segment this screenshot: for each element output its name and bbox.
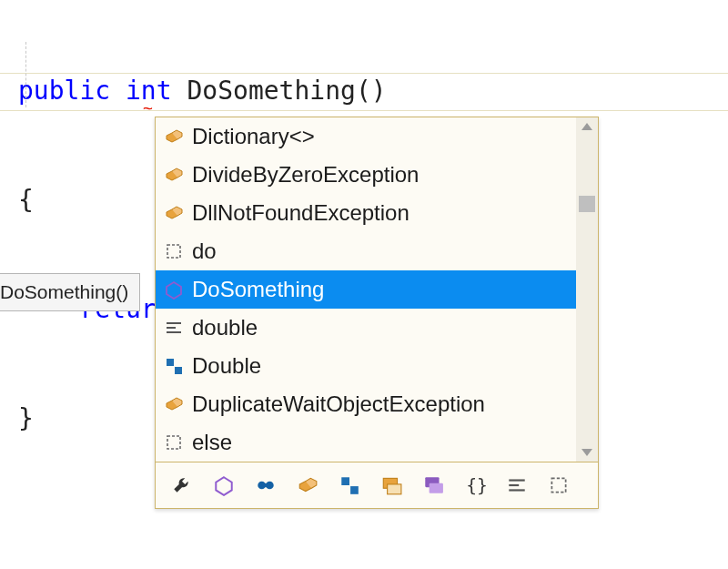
completion-item[interactable]: Double — [156, 347, 576, 385]
completion-item[interactable]: DuplicateWaitObjectException — [156, 385, 576, 423]
scroll-down-icon[interactable] — [581, 449, 592, 456]
completion-item[interactable]: DllNotFoundException — [156, 194, 576, 232]
keyword-icon — [548, 474, 570, 496]
active-line-border — [0, 110, 728, 111]
completion-item[interactable]: double — [156, 309, 576, 347]
filter-method-icon[interactable] — [203, 462, 245, 508]
class-icon — [156, 394, 192, 414]
filter-enum-icon[interactable] — [370, 462, 412, 508]
keyword-icon — [156, 432, 192, 452]
completion-label: DuplicateWaitObjectException — [192, 391, 485, 417]
completion-item[interactable]: DoSomething — [156, 270, 576, 309]
struct-icon — [156, 356, 192, 376]
filter-interface-icon[interactable] — [412, 462, 454, 508]
completion-label: Dictionary<> — [192, 124, 315, 149]
intellisense-popup[interactable]: Dictionary<>DivideByZeroExceptionDllNotF… — [155, 117, 599, 509]
scroll-up-icon[interactable] — [581, 123, 592, 130]
completion-label: DivideByZeroException — [192, 162, 419, 188]
completion-label: DllNotFoundException — [192, 200, 410, 226]
keyword-icon — [156, 241, 192, 261]
filter-class-icon[interactable] — [287, 462, 329, 508]
completion-label: do — [192, 239, 217, 264]
class-icon — [156, 165, 192, 185]
code-line[interactable]: public int DoSomething() — [18, 73, 728, 109]
brace-icon — [464, 474, 486, 496]
keyword: public — [18, 73, 110, 109]
scrollbar[interactable] — [576, 117, 598, 462]
completion-item[interactable]: else — [156, 423, 576, 462]
filter-keyword-icon[interactable] — [538, 462, 580, 508]
method-icon — [156, 279, 192, 300]
signature-hint: DoSomething() — [0, 273, 140, 311]
enum-icon — [380, 474, 402, 496]
field-icon — [255, 474, 277, 496]
interface-icon — [422, 474, 444, 496]
completion-list[interactable]: Dictionary<>DivideByZeroExceptionDllNotF… — [156, 117, 598, 462]
completion-item[interactable]: DivideByZeroException — [156, 156, 576, 194]
indent-guide — [25, 42, 26, 107]
error-squiggle: ~ — [143, 98, 153, 117]
completion-item[interactable]: do — [156, 232, 576, 270]
code-editor[interactable]: public int DoSomething() { return } ~ Do… — [0, 0, 728, 569]
wrench-icon — [171, 474, 193, 496]
method-icon — [213, 474, 235, 496]
filter-field-icon[interactable] — [245, 462, 287, 508]
struct-icon — [339, 474, 360, 496]
class-icon — [156, 127, 192, 147]
completion-label: DoSomething — [192, 277, 324, 302]
filter-snippet-icon[interactable] — [496, 462, 538, 508]
completion-label: else — [192, 430, 232, 455]
class-icon — [156, 203, 192, 223]
filter-bar[interactable] — [156, 462, 598, 508]
filter-brace-icon[interactable] — [454, 462, 496, 508]
signature-text: DoSomething() — [0, 281, 128, 302]
filter-struct-icon[interactable] — [329, 462, 370, 508]
completion-item[interactable]: Dictionary<> — [156, 117, 576, 156]
snippet-icon — [156, 318, 192, 338]
brace: } — [18, 401, 34, 437]
completion-label: double — [192, 315, 258, 340]
brace: { — [18, 182, 34, 218]
snippet-icon — [506, 474, 528, 496]
filter-wrench-icon[interactable] — [161, 462, 203, 508]
method-name: DoSomething() — [187, 73, 386, 109]
class-icon — [297, 474, 318, 496]
completion-label: Double — [192, 353, 261, 379]
active-line-border — [0, 73, 728, 74]
scroll-thumb[interactable] — [579, 196, 595, 212]
